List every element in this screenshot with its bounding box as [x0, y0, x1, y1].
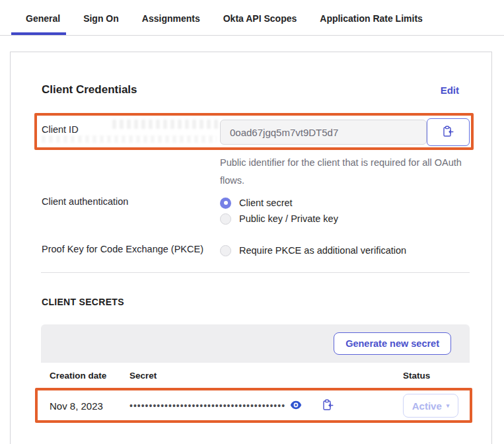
generate-new-secret-button[interactable]: Generate new secret [334, 332, 451, 355]
secret-copy-button[interactable] [322, 399, 334, 413]
secret-table-row: Nov 8, 2023 ••••••••••••••••••••••••••••… [41, 388, 470, 423]
client-authentication-label: Client authentication [42, 196, 220, 225]
client-credentials-card: Client Credentials Edit Client ID Public… [10, 52, 492, 444]
header-status: Status [403, 371, 470, 381]
pkce-row: Proof Key for Code Exchange (PKCE) Requi… [42, 244, 470, 257]
reveal-secret-button[interactable] [290, 400, 302, 412]
client-secrets-title: CLIENT SECRETS [42, 297, 470, 307]
client-credentials-title: Client Credentials [42, 83, 137, 96]
radio-unselected-icon[interactable] [220, 213, 231, 225]
public-private-key-option[interactable]: Public key / Private key [220, 212, 338, 225]
radio-selected-icon[interactable] [220, 198, 231, 209]
pkce-option-label[interactable]: Require PKCE as additional verification [239, 245, 406, 256]
secret-creation-date: Nov 8, 2023 [41, 400, 129, 412]
client-secrets-table: Generate new secret Creation date Secret… [41, 324, 470, 423]
edit-link[interactable]: Edit [441, 85, 459, 96]
eye-icon [290, 400, 302, 412]
pkce-checkbox-icon[interactable] [220, 245, 231, 256]
client-id-row: Client ID [42, 118, 470, 146]
clipboard-copy-icon [443, 126, 454, 139]
pkce-label: Proof Key for Code Exchange (PKCE) [42, 244, 220, 254]
section-divider [41, 272, 470, 273]
tab-okta-api-scopes[interactable]: Okta API Scopes [223, 13, 297, 35]
client-secret-option[interactable]: Client secret [220, 196, 338, 209]
tab-application-rate-limits[interactable]: Application Rate Limits [320, 13, 423, 35]
tab-sign-on[interactable]: Sign On [83, 13, 119, 35]
clipboard-copy-icon [322, 399, 334, 413]
secrets-table-toolbar: Generate new secret [41, 324, 470, 363]
status-label: Active [412, 400, 442, 412]
pkce-option[interactable]: Require PKCE as additional verification [220, 244, 406, 257]
tab-general[interactable]: General [26, 13, 60, 35]
tab-assignments[interactable]: Assignments [142, 13, 200, 35]
client-id-input-group [220, 118, 470, 146]
client-id-help-text: Public identifier for the client that is… [220, 154, 464, 190]
status-dropdown[interactable]: Active ▾ [403, 394, 458, 418]
client-id-label: Client ID [42, 118, 220, 146]
masked-secret-value: •••••••••••••••••••••••••••••••••••••••• [129, 400, 285, 411]
app-tab-bar: General Sign On Assignments Okta API Sco… [0, 0, 504, 36]
public-private-key-option-label[interactable]: Public key / Private key [239, 213, 338, 224]
header-creation-date: Creation date [41, 371, 129, 381]
client-secret-option-label[interactable]: Client secret [239, 198, 293, 208]
secrets-table-header: Creation date Secret Status [41, 363, 470, 388]
client-id-input[interactable] [220, 120, 427, 145]
header-secret: Secret [129, 371, 403, 381]
client-authentication-row: Client authentication Client secret Publ… [42, 196, 470, 225]
client-id-copy-button[interactable] [427, 118, 470, 146]
chevron-down-icon: ▾ [447, 402, 450, 409]
